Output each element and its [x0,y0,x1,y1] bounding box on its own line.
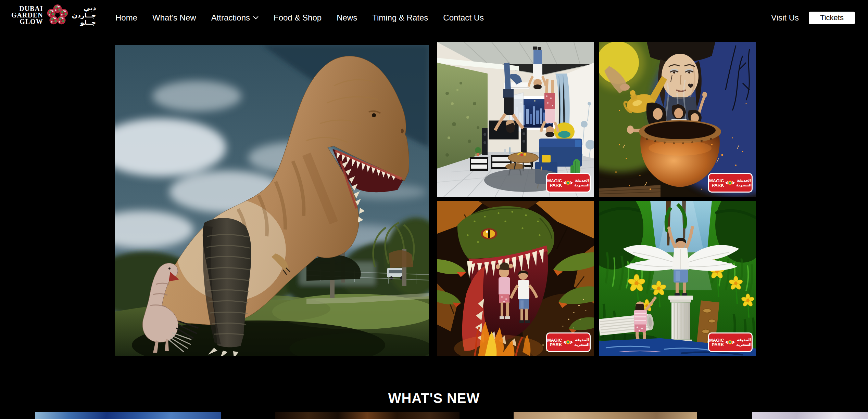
whats-new-card[interactable] [35,412,221,419]
nav-home[interactable]: Home [115,13,137,23]
magic-park-eye-icon [725,178,735,187]
magic-park-eye-icon [563,338,573,347]
hero-tile-dinosaur-mouth[interactable]: MAGIC PARK الحديقة السحرية [437,201,594,356]
whats-new-card[interactable] [275,412,460,419]
brand-name-line: GLOW [11,18,43,25]
brand-name-line: DUBAI [11,5,43,12]
magic-park-arabic-label: الحديقة السحرية [574,338,590,347]
brand-name-english: DUBAI GARDEN GLOW [11,5,43,25]
brand-arabic-line: دبي [72,4,96,12]
magic-park-arabic-label: الحديقة السحرية [736,338,752,347]
nav-food-shop[interactable]: Food & Shop [274,13,322,23]
magic-park-badge: MAGIC PARK الحديقة السحرية [708,173,753,193]
hero-tile-angel-wings[interactable]: MAGIC PARK الحديقة السحرية [599,201,756,356]
magic-park-label: MAGIC PARK [709,179,724,187]
main-nav: Home What’s New Attractions Food & Shop … [115,0,484,36]
whats-new-heading: WHAT'S NEW [0,391,868,406]
hero-slide-dinosaur-park[interactable] [115,45,429,356]
whats-new-card[interactable] [752,412,868,419]
hero-tile-magic-cauldron[interactable]: MAGIC PARK الحديقة السحرية [599,42,756,197]
magic-park-arabic-label: الحديقة السحرية [574,178,590,188]
nav-attractions-label: Attractions [211,13,250,23]
magic-park-badge: MAGIC PARK الحديقة السحرية [708,332,753,352]
nav-whats-new[interactable]: What’s New [152,13,196,23]
magic-park-label: MAGIC PARK [547,179,562,187]
chevron-down-icon [253,16,259,19]
site-header: DUBAI GARDEN GLOW [0,0,868,36]
brand-name-line: GARDEN [11,12,43,18]
magic-park-label: MAGIC PARK [709,338,724,347]
header-actions: Visit Us Tickets [771,0,855,36]
magic-park-eye-icon [563,178,573,187]
nav-home-label: Home [115,13,137,23]
tickets-button[interactable]: Tickets [809,12,855,24]
dinosaur-park-photo [115,45,429,356]
nav-contact-us-label: Contact Us [443,13,484,23]
brand-arabic-line: جــاردن [72,12,96,19]
magic-park-arabic-label: الحديقة السحرية [736,178,752,188]
whats-new-card[interactable] [514,412,697,419]
brand-logo[interactable]: DUBAI GARDEN GLOW [11,3,96,27]
nav-timing-rates[interactable]: Timing & Rates [372,13,428,23]
nav-food-shop-label: Food & Shop [274,13,322,23]
page: DUBAI GARDEN GLOW [0,0,868,419]
brand-arabic-line: جــلو [72,19,96,26]
nav-news[interactable]: News [337,13,357,23]
magic-park-badge: MAGIC PARK الحديقة السحرية [546,173,591,193]
magic-park-badge: MAGIC PARK الحديقة السحرية [546,332,591,352]
visit-us-link[interactable]: Visit Us [771,13,799,23]
brand-flower-icon [46,3,69,27]
magic-park-label: MAGIC PARK [547,338,562,347]
nav-news-label: News [337,13,357,23]
nav-attractions[interactable]: Attractions [211,13,259,23]
hero-tile-upside-down-room[interactable]: MAGIC PARK الحديقة السحرية [437,42,594,197]
brand-name-arabic: دبي جــاردن جــلو [72,4,96,26]
nav-whats-new-label: What’s New [152,13,196,23]
nav-timing-rates-label: Timing & Rates [372,13,428,23]
magic-park-eye-icon [725,338,735,347]
nav-contact-us[interactable]: Contact Us [443,13,484,23]
